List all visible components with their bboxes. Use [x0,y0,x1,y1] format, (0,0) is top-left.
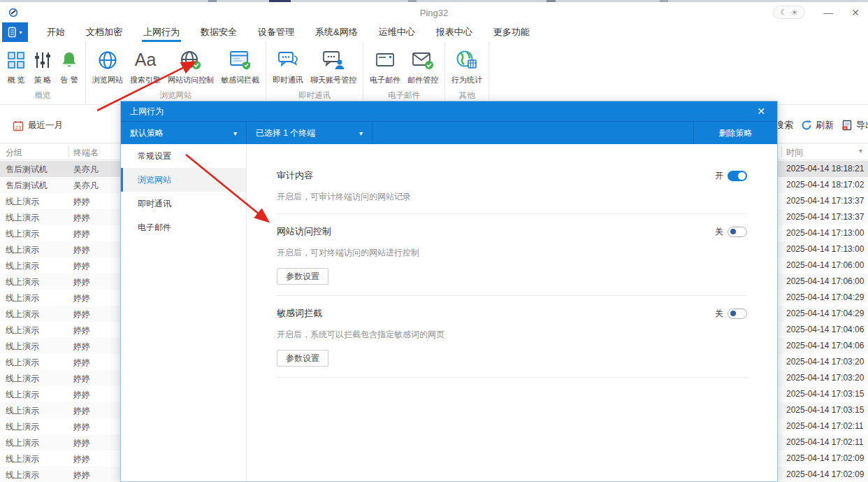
overview-button[interactable]: 概 览 [3,47,29,87]
dialog-close-icon[interactable]: ✕ [754,106,768,117]
main-tabbar: ▾ 开始 文档加密 上网行为 数据安全 设备管理 系统&网络 运维中心 报表中心… [0,22,868,42]
cell-group: 线上演示 [6,260,39,272]
tab-start[interactable]: 开始 [36,22,75,42]
parameter-settings-button[interactable]: 参数设置 [277,350,328,367]
minimize-button[interactable]: — [823,8,833,17]
website-access-control-button[interactable]: 网站访问控制 [164,47,217,87]
cell-terminal-name: 婷婷 [73,469,90,481]
cell-group: 售后测试机 [6,180,48,192]
tab-ops-center[interactable]: 运维中心 [368,22,426,42]
ping32-app-window: Ping32 ☾ ☀ — ✕ ▾ 开始 文档加密 上网行为 数据安全 设备管理 … [0,0,868,482]
column-header-name[interactable]: 终端名 [73,147,99,159]
audit-content-toggle[interactable]: 开 [715,170,747,182]
cell-time: 2025-04-14 17:13:37 [786,212,864,222]
cell-terminal-name: 婷婷 [73,373,90,385]
cell-group: 线上演示 [6,292,39,304]
cell-time: 2025-04-14 17:03:15 [786,405,864,415]
cell-group: 线上演示 [6,276,39,288]
cell-group: 线上演示 [6,389,39,401]
instant-messaging-button[interactable]: 即时通讯 [269,47,307,87]
tab-more-features[interactable]: 更多功能 [483,22,540,42]
search-engine-button[interactable]: Aa 搜索引擎 [126,47,164,87]
cell-group: 售后测试机 [6,164,48,176]
cell-group: 线上演示 [6,453,39,465]
svg-text:23: 23 [15,124,21,130]
ribbon-group-email: 电子邮件 邮件管控 电子邮件 [363,42,445,104]
date-range-filter[interactable]: 23 最近一月 [13,120,63,132]
globe-icon [97,48,118,71]
tab-data-security[interactable]: 数据安全 [190,22,247,42]
cell-terminal-name: 吴亦凡 [73,180,99,192]
window-title: Ping32 [0,8,868,18]
section-audit-content: 审计内容 开 开启后，可审计终端访问的网站记录 [277,144,747,214]
ribbon-group-browse-websites: 浏览网站 Aa 搜索引擎 网站访问控制 敏感词拦截 [86,42,266,104]
alert-button[interactable]: 告 警 [56,47,82,87]
delete-policy-button[interactable]: 删除策略 [693,122,777,144]
cell-terminal-name: 婷婷 [73,196,90,208]
toggle-switch-off[interactable] [728,309,747,319]
cell-group: 线上演示 [6,357,39,369]
email-button[interactable]: 电子邮件 [366,47,404,87]
tab-doc-encryption[interactable]: 文档加密 [75,22,133,42]
ribbon-group-other: 行为统计 其他 [445,42,489,104]
ribbon-group-overview: 概 览 策 略 告 警 概览 [0,42,86,104]
envelope-icon [375,48,396,71]
section-title: 网站访问控制 [277,225,331,238]
sensitive-word-block-toggle[interactable]: 关 [715,308,747,320]
internet-behavior-dialog: 上网行为 ✕ 默认策略 ▾ 已选择 1 个终端 ▾ 删除策略 常规设置 浏览网站… [120,101,778,482]
behavior-statistics-button[interactable]: 行为统计 [448,47,486,87]
close-button[interactable]: ✕ [851,8,860,17]
dialog-title: 上网行为 [130,106,164,118]
website-access-control-toggle[interactable]: 关 [715,226,747,238]
column-header-time[interactable]: 时间 [786,147,803,159]
cell-terminal-name: 婷婷 [73,437,90,449]
cell-time: 2025-04-14 17:13:00 [786,228,864,238]
toggle-switch-on[interactable] [728,171,747,181]
cell-group: 线上演示 [6,421,39,433]
section-description: 开启后，可对终端访问的网站进行控制 [277,247,747,259]
export-button[interactable]: A 导出 [841,119,868,132]
cell-time: 2025-04-14 18:18:21 [786,164,864,173]
app-menu-button[interactable]: ▾ [2,22,28,42]
sidebar-item-browse-websites[interactable]: 浏览网站 [121,168,246,192]
ribbon-group-im: 即时通讯 聊天账号管控 即时通讯 [266,42,363,104]
tab-system-network[interactable]: 系统&网络 [305,22,368,42]
cell-time: 2025-04-14 17:02:09 [786,453,864,463]
tab-device-management[interactable]: 设备管理 [247,22,305,42]
sidebar-item-instant-messaging[interactable]: 即时通讯 [121,192,246,215]
date-filter-label: 最近一月 [28,120,63,132]
cell-terminal-name: 吴亦凡 [73,164,99,176]
terminal-dropdown[interactable]: 已选择 1 个终端 ▾ [247,122,372,144]
toggle-state-label: 关 [715,308,723,320]
sidebar-item-email[interactable]: 电子邮件 [121,215,246,239]
tab-report-center[interactable]: 报表中心 [426,22,483,42]
refresh-icon [801,120,812,131]
policy-button[interactable]: 策 略 [29,47,56,87]
refresh-button[interactable]: 刷新 [801,119,834,132]
cell-terminal-name: 婷婷 [73,260,90,272]
chevron-down-icon[interactable]: ▾ [859,147,862,155]
cell-time: 2025-04-14 17:03:20 [786,373,864,383]
email-control-button[interactable]: 邮件管控 [404,47,442,87]
column-divider [68,146,69,157]
browse-websites-button[interactable]: 浏览网站 [89,47,126,87]
theme-toggle[interactable]: ☾ ☀ [773,6,805,19]
policy-dropdown[interactable]: 默认策略 ▾ [121,122,247,144]
parameter-settings-button[interactable]: 参数设置 [277,268,328,285]
sensitive-word-block-button[interactable]: 敏感词拦截 [217,47,263,87]
tab-internet-behavior[interactable]: 上网行为 [133,22,190,42]
sidebar-item-general-settings[interactable]: 常规设置 [121,144,246,168]
cell-time: 2025-04-14 17:04:29 [786,292,864,302]
chat-account-control-button[interactable]: 聊天账号管控 [307,47,360,87]
toggle-switch-off[interactable] [728,227,747,237]
dialog-content: 审计内容 开 开启后，可审计终端访问的网站记录 网站访问控制 关 [247,144,777,481]
document-icon [8,27,17,38]
chevron-down-icon: ▾ [233,129,237,137]
cell-group: 线上演示 [6,373,39,385]
toggle-state-label: 开 [715,170,723,182]
ribbon-group-label: 概览 [3,90,82,104]
column-header-group[interactable]: 分组 [6,147,22,159]
section-title: 审计内容 [277,169,313,182]
sun-icon: ☀ [790,8,798,17]
chat-person-icon [321,48,345,71]
